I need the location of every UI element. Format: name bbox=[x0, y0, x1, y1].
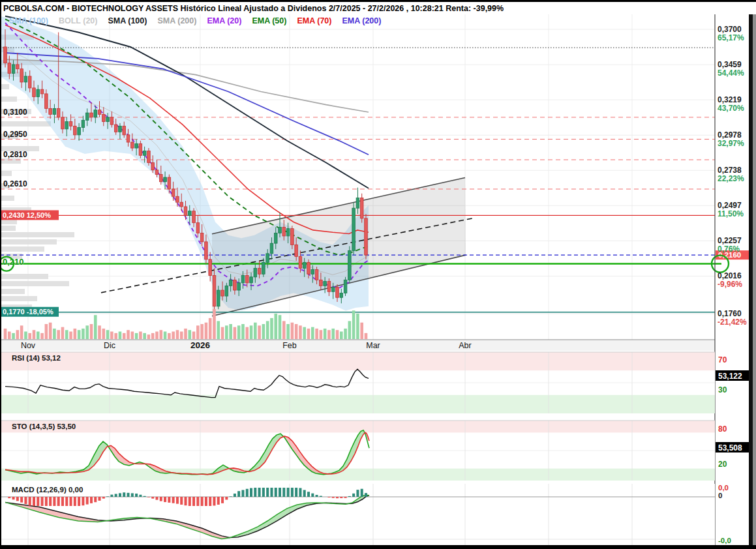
macd-histogram-bar bbox=[250, 488, 252, 497]
candle-body bbox=[143, 151, 146, 156]
macd-histogram-bar bbox=[299, 488, 301, 497]
macd-histogram-bar bbox=[37, 497, 39, 506]
macd-histogram-bar bbox=[176, 497, 179, 504]
legend-item-ema-20[interactable]: EMA (20) bbox=[207, 16, 241, 25]
volume-bar bbox=[143, 333, 146, 339]
candle-body bbox=[4, 47, 7, 63]
macd-histogram-bar bbox=[131, 493, 134, 497]
level-label: 0,2950 bbox=[3, 130, 27, 139]
chart-canvas[interactable]: 0,31000,29500,28100,26100,2430 12,50%0,2… bbox=[0, 0, 756, 549]
price-axis-value: 0,2257 bbox=[718, 236, 742, 245]
volume-bar bbox=[12, 333, 15, 339]
candle-body bbox=[37, 89, 40, 96]
macd-histogram-bar bbox=[123, 492, 125, 497]
legend-item-boll-20[interactable]: BOLL (20) bbox=[59, 16, 98, 25]
volume-bar bbox=[327, 330, 331, 339]
volume-profile-bar bbox=[1, 281, 69, 286]
macd-histogram-bar bbox=[254, 488, 256, 497]
volume-bar bbox=[336, 330, 339, 339]
volume-bar bbox=[200, 324, 204, 339]
price-axis-value: 0,2978 bbox=[718, 130, 742, 140]
candle-body bbox=[53, 108, 56, 114]
candle-body bbox=[274, 233, 277, 243]
volume-bar bbox=[344, 329, 347, 339]
volume-bar bbox=[127, 330, 130, 339]
sto-oversold-band bbox=[0, 469, 715, 481]
candle-body bbox=[209, 260, 212, 276]
macd-histogram-bar bbox=[332, 497, 335, 498]
level-label: 0,3100 bbox=[3, 108, 27, 117]
macd-histogram-bar bbox=[361, 489, 363, 497]
volume-bar bbox=[49, 323, 52, 339]
candle-body bbox=[65, 122, 68, 129]
legend-item-ema-50[interactable]: EMA (50) bbox=[252, 16, 286, 25]
macd-histogram-bar bbox=[316, 495, 318, 497]
legend-item-ema-70[interactable]: EMA (70) bbox=[297, 16, 331, 25]
candle-body bbox=[180, 202, 183, 207]
candle-body bbox=[266, 254, 269, 262]
macd-histogram-bar bbox=[241, 490, 244, 497]
candle-body bbox=[360, 198, 363, 218]
macd-panel: MACD (12,26,9) 0,000,00-0,0 bbox=[0, 484, 731, 545]
right-scrollbar[interactable] bbox=[753, 2, 756, 545]
candle-body bbox=[217, 290, 220, 306]
volume-bar bbox=[188, 330, 191, 339]
candle-body bbox=[225, 286, 228, 296]
volume-bar bbox=[147, 334, 151, 339]
macd-histogram-bar bbox=[279, 488, 281, 497]
candle-body bbox=[135, 143, 138, 148]
price-axis-value: 0,3700 bbox=[718, 25, 742, 34]
candle-body bbox=[139, 143, 142, 155]
macd-histogram-bar bbox=[213, 497, 215, 506]
macd-histogram-bar bbox=[20, 497, 23, 503]
price-axis-pct: -21,42% bbox=[718, 318, 747, 327]
macd-histogram-bar bbox=[164, 497, 166, 502]
candle-body bbox=[286, 229, 290, 236]
macd-histogram-bar bbox=[303, 490, 306, 497]
sto-overbought-band bbox=[0, 421, 715, 432]
candle-body bbox=[94, 110, 97, 117]
candle-body bbox=[315, 270, 318, 280]
candle-body bbox=[245, 276, 249, 283]
volume-bar bbox=[90, 324, 93, 339]
volume-bar bbox=[168, 333, 171, 339]
volume-bar bbox=[53, 329, 56, 339]
macd-histogram-bar bbox=[221, 497, 224, 503]
volume-bar bbox=[324, 329, 327, 339]
sto-value-box-text: 53,508 bbox=[718, 443, 742, 453]
candle-body bbox=[352, 208, 355, 250]
macd-histogram-bar bbox=[8, 497, 10, 498]
sto-panel: STO (14,3,5) 53,50802053,508 bbox=[0, 421, 751, 481]
volume-bar bbox=[33, 330, 36, 339]
volume-bar bbox=[40, 333, 44, 339]
candle-body bbox=[258, 268, 261, 274]
volume-bar bbox=[57, 330, 60, 339]
price-axis-value: 0,2016 bbox=[718, 271, 742, 280]
volume-bar bbox=[303, 327, 306, 339]
volume-bar bbox=[45, 324, 48, 339]
legend-item-sma-200[interactable]: SMA (200) bbox=[157, 16, 196, 25]
macd-histogram-bar bbox=[24, 497, 27, 504]
price-axis-value: 0,1760 bbox=[718, 309, 742, 318]
volume-bar bbox=[295, 324, 298, 339]
legend-item-sma-100[interactable]: SMA (100) bbox=[108, 16, 147, 25]
volume-bar bbox=[282, 321, 286, 339]
candle-body bbox=[155, 170, 159, 175]
macd-histogram-bar bbox=[205, 497, 207, 506]
volume-bar bbox=[20, 325, 23, 339]
macd-histogram-bar bbox=[115, 494, 117, 497]
macd-upper-label: 0,0 bbox=[718, 484, 729, 492]
rsi-overbought-band bbox=[0, 352, 715, 370]
candle-body bbox=[356, 198, 359, 208]
volume-bar bbox=[61, 327, 65, 339]
volume-bar bbox=[4, 329, 7, 339]
candle-body bbox=[241, 276, 245, 283]
x-axis-label: Feb bbox=[282, 341, 297, 350]
candle-body bbox=[254, 268, 257, 276]
volume-bar bbox=[98, 325, 101, 339]
macd-histogram-bar bbox=[78, 497, 80, 506]
legend-item-ema-200[interactable]: EMA (200) bbox=[342, 16, 381, 25]
macd-label: MACD (12,26,9) 0,00 bbox=[12, 486, 83, 494]
legend-item-sma-100[interactable]: SMA (100) bbox=[9, 16, 48, 25]
candle-body bbox=[110, 117, 113, 125]
